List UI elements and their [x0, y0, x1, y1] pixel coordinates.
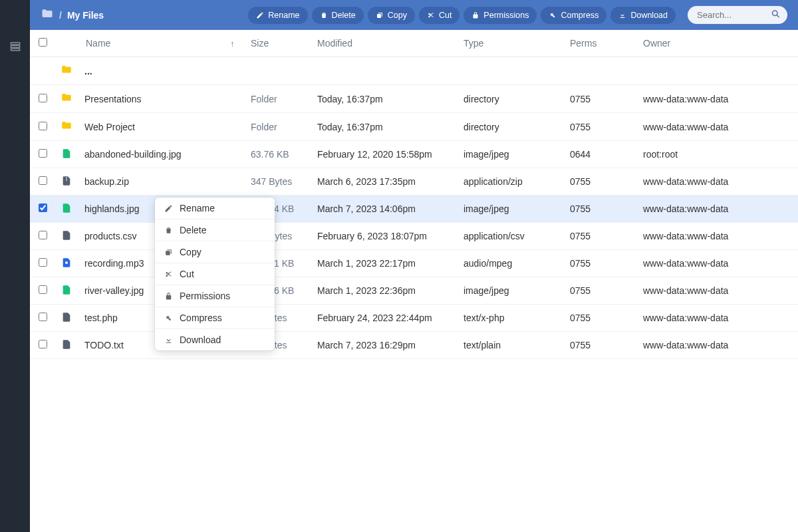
download-button[interactable]: Download [610, 7, 676, 24]
copy-button[interactable]: Copy [368, 7, 415, 24]
ctx-rename[interactable]: Rename [155, 198, 275, 219]
svg-rect-1 [11, 46, 20, 48]
breadcrumb[interactable]: / My Files [41, 7, 243, 23]
folder-icon [61, 92, 72, 104]
table-row[interactable]: recording.mp3128.81 KBMarch 1, 2023 22:1… [30, 250, 798, 277]
ctx-delete-label: Delete [180, 225, 206, 235]
file-size: 347 Bytes [251, 176, 292, 187]
svg-rect-0 [11, 43, 20, 45]
file-perms: 0644 [570, 149, 591, 160]
row-checkbox[interactable] [39, 231, 47, 239]
file-type: application/zip [464, 176, 523, 187]
file-modified: February 24, 2023 22:44pm [317, 313, 432, 323]
ctx-delete[interactable]: Delete [155, 219, 275, 241]
file-perms: 0755 [570, 231, 591, 241]
generic-icon [61, 229, 72, 241]
row-checkbox[interactable] [39, 258, 47, 267]
row-checkbox[interactable] [39, 203, 47, 212]
select-all-checkbox[interactable] [39, 38, 47, 47]
file-type: image/jpeg [464, 203, 509, 214]
row-checkbox[interactable] [39, 176, 47, 185]
search-input[interactable] [688, 6, 787, 24]
file-type: audio/mpeg [464, 258, 512, 269]
table-row[interactable]: test.php22 BytesFebruary 24, 2023 22:44p… [30, 305, 798, 332]
file-size: Folder [251, 94, 277, 104]
row-checkbox[interactable] [39, 340, 47, 348]
ctx-cut[interactable]: Cut [155, 263, 275, 285]
file-owner: www-data:www-data [643, 340, 728, 350]
file-perms: 0755 [570, 94, 591, 104]
table-row[interactable]: PresentationsFolderToday, 16:37pmdirecto… [30, 85, 798, 113]
file-perms: 0755 [570, 313, 591, 323]
breadcrumb-current: My Files [67, 10, 104, 21]
file-modified: Today, 16:37pm [317, 122, 383, 132]
copy-button-label: Copy [388, 11, 407, 20]
row-checkbox[interactable] [39, 122, 47, 130]
folder-icon [41, 7, 54, 23]
sidebar-menu-icon[interactable] [0, 33, 30, 60]
parent-directory-row[interactable]: ... [30, 57, 798, 85]
sort-arrow-icon[interactable]: ↑ [230, 39, 235, 49]
file-modified: March 6, 2023 17:35pm [317, 176, 416, 187]
table-row[interactable]: Web ProjectFolderToday, 16:37pmdirectory… [30, 113, 798, 141]
row-checkbox[interactable] [39, 149, 47, 158]
file-modified: March 1, 2023 22:17pm [317, 258, 416, 269]
col-type[interactable]: Type [464, 38, 483, 49]
image-icon [61, 202, 72, 214]
ctx-compress[interactable]: Compress [155, 307, 275, 329]
row-checkbox[interactable] [39, 313, 47, 321]
sidebar [0, 0, 30, 532]
file-owner: www-data:www-data [643, 203, 728, 214]
file-owner: www-data:www-data [643, 285, 728, 296]
file-name: recording.mp3 [84, 258, 144, 269]
ctx-download[interactable]: Download [155, 329, 275, 350]
table-row[interactable]: river-valley.jpg220.56 KBMarch 1, 2023 2… [30, 277, 798, 305]
svg-rect-2 [11, 49, 20, 51]
table-row[interactable]: abandoned-building.jpg63.76 KBFebruary 1… [30, 141, 798, 168]
col-name[interactable]: Name [86, 38, 110, 49]
col-modified[interactable]: Modified [317, 38, 352, 49]
col-owner[interactable]: Owner [643, 38, 670, 49]
file-owner: www-data:www-data [643, 176, 728, 187]
cut-button[interactable]: Cut [419, 7, 460, 24]
row-checkbox[interactable] [39, 94, 47, 102]
main: / My Files Rename Delete Copy Cut Pe [30, 0, 798, 532]
table-row[interactable]: TODO.txt36 BytesMarch 7, 2023 16:29pmtex… [30, 332, 798, 359]
table-row[interactable]: products.csv268 BytesFebruary 6, 2023 18… [30, 223, 798, 250]
file-perms: 0755 [570, 258, 591, 269]
ctx-permissions[interactable]: Permissions [155, 285, 275, 307]
download-button-label: Download [630, 11, 668, 20]
file-modified: February 6, 2023 18:07pm [317, 231, 427, 241]
delete-button-label: Delete [332, 11, 356, 20]
col-perms[interactable]: Perms [570, 38, 597, 49]
col-size[interactable]: Size [251, 38, 269, 49]
file-table: Name↑ Size Modified Type Perms Owner ...… [30, 30, 798, 359]
permissions-button[interactable]: Permissions [464, 7, 537, 24]
zip-icon [61, 175, 72, 187]
rename-button-label: Rename [268, 11, 299, 20]
table-row[interactable]: highlands.jpg361.14 KBMarch 7, 2023 14:0… [30, 196, 798, 223]
delete-button[interactable]: Delete [312, 7, 364, 24]
file-perms: 0755 [570, 203, 591, 214]
folder-icon [61, 120, 72, 132]
file-name: test.php [84, 313, 118, 323]
file-listing: Name↑ Size Modified Type Perms Owner ...… [30, 30, 798, 532]
file-modified: Today, 16:37pm [317, 94, 383, 104]
file-perms: 0755 [570, 176, 591, 187]
file-type: image/jpeg [464, 149, 509, 160]
compress-button[interactable]: Compress [541, 7, 606, 24]
breadcrumb-separator: / [59, 10, 62, 21]
file-modified: March 1, 2023 22:36pm [317, 285, 416, 296]
audio-icon [61, 257, 72, 269]
rename-button[interactable]: Rename [248, 7, 307, 24]
ctx-copy-label: Copy [180, 247, 201, 257]
parent-directory-label: ... [84, 66, 92, 76]
table-row[interactable]: backup.zip347 BytesMarch 6, 2023 17:35pm… [30, 168, 798, 196]
ctx-copy[interactable]: Copy [155, 241, 275, 263]
generic-icon [61, 338, 72, 350]
folder-icon [61, 64, 72, 76]
row-checkbox[interactable] [39, 285, 47, 294]
file-name: TODO.txt [84, 340, 124, 350]
file-name: Presentations [84, 94, 142, 104]
cut-button-label: Cut [439, 11, 452, 20]
